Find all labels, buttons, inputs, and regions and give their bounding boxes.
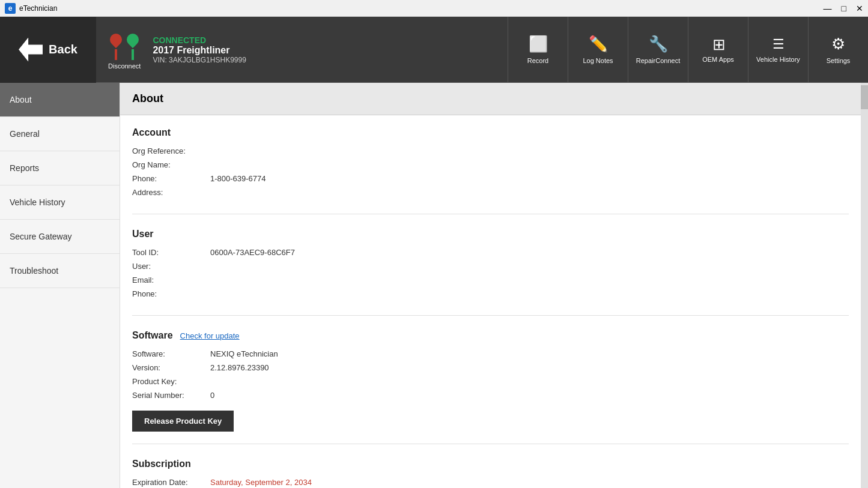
- phone-row: Phone: 1-800-639-6774: [132, 174, 849, 183]
- disconnect-label: Disconnect: [108, 62, 141, 70]
- user-phone-row: Phone:: [132, 289, 849, 298]
- version-label: Version:: [132, 363, 210, 372]
- toolbar: Back Disconnect CONNECTED 2017 Freightli…: [0, 17, 868, 83]
- tool-id-label: Tool ID:: [132, 248, 210, 257]
- serial-number-label: Serial Number:: [132, 391, 210, 400]
- nav-item-secure-gateway[interactable]: Secure Gateway: [0, 220, 120, 254]
- minimize-button[interactable]: —: [824, 4, 832, 13]
- connection-info: Disconnect CONNECTED 2017 Freightliner V…: [96, 30, 508, 70]
- record-icon: ⬜: [529, 35, 548, 53]
- version-row: Version: 2.12.8976.23390: [132, 363, 849, 372]
- product-key-row: Product Key:: [132, 377, 849, 386]
- phone-value: 1-800-639-6774: [210, 174, 266, 183]
- software-name-row: Software: NEXIQ eTechnician: [132, 349, 849, 358]
- oem-apps-label: OEM Apps: [702, 56, 734, 63]
- user-title: User: [132, 229, 849, 239]
- account-title: Account: [132, 127, 849, 138]
- toolbar-actions: ⬜ Record ✏️ Log Notes 🔧 RepairConnect ⊞ …: [508, 17, 868, 83]
- subscription-title: Subscription: [132, 459, 849, 469]
- nav-item-reports[interactable]: Reports: [0, 151, 120, 185]
- back-button[interactable]: Back: [0, 17, 96, 83]
- scrollbar-thumb[interactable]: [861, 85, 868, 109]
- release-product-key-button[interactable]: Release Product Key: [132, 411, 234, 432]
- check-update-link[interactable]: Check for update: [180, 331, 240, 340]
- scrollbar[interactable]: [861, 83, 868, 488]
- oem-apps-button[interactable]: ⊞ OEM Apps: [688, 17, 748, 83]
- address-label: Address:: [132, 188, 210, 197]
- expiration-date-row: Expiration Date: Saturday, September 2, …: [132, 478, 849, 487]
- vehicle-vin: VIN: 3AKJGLBG1HSHK9999: [153, 56, 246, 64]
- close-button[interactable]: ✕: [856, 4, 863, 13]
- org-reference-row: Org Reference:: [132, 146, 849, 155]
- title-bar-controls: — □ ✕: [824, 4, 863, 13]
- disconnect-group[interactable]: Disconnect: [108, 30, 141, 70]
- connected-status: CONNECTED: [153, 35, 246, 45]
- vehicle-history-button[interactable]: ☰ Vehicle History: [748, 17, 808, 83]
- settings-button[interactable]: ⚙ Settings: [808, 17, 868, 83]
- repair-connect-label: RepairConnect: [636, 57, 680, 64]
- product-key-label: Product Key:: [132, 377, 210, 386]
- left-nav: About General Reports Vehicle History Se…: [0, 83, 120, 488]
- serial-number-value: 0: [210, 391, 214, 400]
- email-label: Email:: [132, 276, 210, 285]
- software-section: Software Check for update Software: NEXI…: [132, 330, 849, 444]
- user-row: User:: [132, 262, 849, 271]
- app-logo: e: [5, 3, 16, 14]
- log-notes-button[interactable]: ✏️ Log Notes: [568, 17, 628, 83]
- repairconnect-icon: 🔧: [649, 35, 668, 53]
- software-name-label: Software:: [132, 349, 210, 358]
- user-section: User Tool ID: 0600A-73AEC9-68C6F7 User: …: [132, 229, 849, 316]
- record-label: Record: [527, 57, 548, 64]
- org-reference-label: Org Reference:: [132, 146, 210, 155]
- software-title: Software: [132, 330, 173, 341]
- title-bar-left: e eTechnician: [5, 3, 57, 14]
- nav-item-about[interactable]: About: [0, 83, 120, 117]
- software-name-value: NEXIQ eTechnician: [210, 349, 278, 358]
- lognotes-icon: ✏️: [589, 35, 608, 53]
- repair-connect-button[interactable]: 🔧 RepairConnect: [628, 17, 688, 83]
- expiration-date-value: Saturday, September 2, 2034: [210, 478, 312, 487]
- expiration-date-label: Expiration Date:: [132, 478, 210, 487]
- tool-id-value: 0600A-73AEC9-68C6F7: [210, 248, 295, 257]
- nav-item-troubleshoot[interactable]: Troubleshoot: [0, 254, 120, 288]
- content-body: Account Org Reference: Org Name: Phone: …: [120, 115, 861, 488]
- settings-icon: ⚙: [831, 35, 845, 53]
- vehiclehistory-icon: ☰: [772, 37, 785, 52]
- app-title: eTechnician: [19, 4, 57, 13]
- org-name-row: Org Name:: [132, 160, 849, 169]
- vehicle-year-make: 2017 Freightliner: [153, 45, 246, 56]
- tool-id-row: Tool ID: 0600A-73AEC9-68C6F7: [132, 248, 849, 257]
- user-phone-label: Phone:: [132, 289, 210, 298]
- title-bar: e eTechnician — □ ✕: [0, 0, 868, 17]
- address-row: Address:: [132, 188, 849, 197]
- vehicle-history-label: Vehicle History: [756, 56, 800, 63]
- content-header: About: [120, 83, 861, 115]
- serial-number-row: Serial Number: 0: [132, 391, 849, 400]
- user-label: User:: [132, 262, 210, 271]
- version-value: 2.12.8976.23390: [210, 363, 269, 372]
- phone-label: Phone:: [132, 174, 210, 183]
- main-content: About Account Org Reference: Org Name: P…: [120, 83, 861, 488]
- oemapps-icon: ⊞: [712, 37, 724, 52]
- org-name-label: Org Name:: [132, 160, 210, 169]
- back-arrow-icon: [19, 38, 43, 62]
- account-section: Account Org Reference: Org Name: Phone: …: [132, 127, 849, 214]
- vehicle-connection-info: CONNECTED 2017 Freightliner VIN: 3AKJGLB…: [153, 35, 246, 64]
- main-layout: About General Reports Vehicle History Se…: [0, 83, 868, 488]
- subscription-section: Subscription Expiration Date: Saturday, …: [132, 459, 849, 488]
- nav-item-vehicle-history[interactable]: Vehicle History: [0, 185, 120, 220]
- log-notes-label: Log Notes: [583, 57, 613, 64]
- email-row: Email:: [132, 276, 849, 285]
- settings-label: Settings: [827, 57, 851, 64]
- back-label: Back: [49, 43, 77, 56]
- nav-item-general[interactable]: General: [0, 117, 120, 151]
- maximize-button[interactable]: □: [842, 4, 846, 13]
- software-title-row: Software Check for update: [132, 330, 849, 341]
- record-button[interactable]: ⬜ Record: [508, 17, 568, 83]
